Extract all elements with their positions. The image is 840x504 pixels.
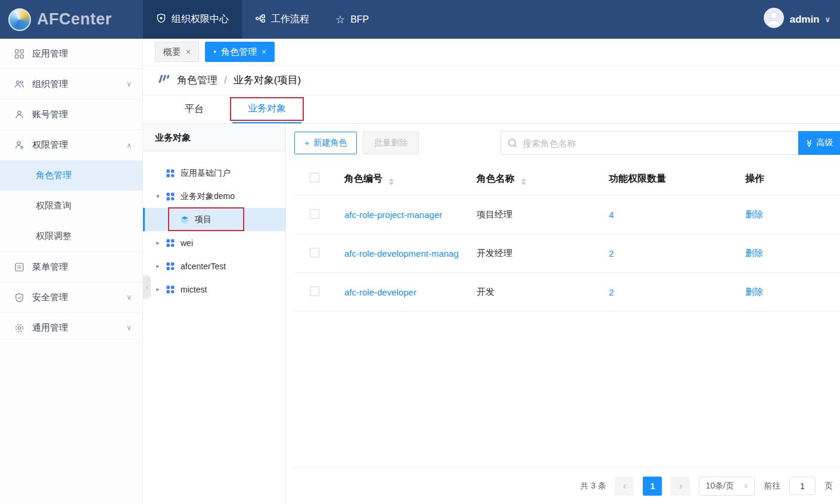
layers-icon	[180, 215, 189, 225]
sidebar-subitem-label: 角色管理	[36, 170, 71, 181]
role-code-link[interactable]: afc-role-developer	[338, 287, 471, 297]
delete-link[interactable]: 删除	[739, 209, 840, 220]
select-all-checkbox[interactable]	[310, 173, 319, 182]
batch-delete-label: 批量删除	[374, 138, 407, 148]
star-icon: ☆	[335, 14, 345, 25]
business-object-tree-panel: 业务对象 应用基础门户 ▾ 业务对象demo	[143, 124, 286, 504]
top-nav: 组织权限中心 工作流程 ☆ BFP	[143, 0, 382, 39]
perm-count-link[interactable]: 4	[603, 210, 739, 220]
row-checkbox[interactable]	[310, 287, 319, 296]
sidebar-item-permission-management[interactable]: 权限管理 ∧	[0, 130, 142, 160]
sidebar-item-general-management[interactable]: 通用管理 ∨	[0, 313, 142, 343]
nav-label: 组织权限中心	[172, 13, 229, 26]
goto-page-input[interactable]	[789, 477, 816, 495]
chevron-down-icon: ∨	[126, 293, 132, 301]
page-tab-overview[interactable]: 概要 ×	[155, 42, 199, 62]
sidebar-item-security-management[interactable]: 安全管理 ∨	[0, 282, 142, 313]
tab-business-object[interactable]: 业务对象	[232, 95, 301, 123]
breadcrumb: 角色管理 / 业务对象(项目)	[143, 66, 840, 95]
nav-item-org-permission-center[interactable]: 组织权限中心	[143, 0, 242, 39]
sidebar-item-org-management[interactable]: 组织管理 ∨	[0, 69, 142, 99]
tab-platform[interactable]: 平台	[169, 95, 219, 123]
double-chevron-icon: ≫	[805, 139, 814, 147]
role-code-link[interactable]: afc-role-project-manager	[338, 210, 471, 220]
sidebar-item-label: 安全管理	[32, 292, 68, 303]
page-unit-label: 页	[825, 481, 833, 491]
sidebar-item-app-management[interactable]: 应用管理	[0, 39, 142, 69]
chevron-down-icon: ∨	[825, 15, 830, 24]
caret-down-icon[interactable]: ▾	[153, 192, 163, 200]
tree-node-business-object-demo[interactable]: ▾ 业务对象demo	[143, 185, 285, 208]
role-search-input[interactable]	[522, 138, 791, 148]
page-size-select[interactable]: 10条/页 ∨	[699, 477, 755, 496]
caret-right-icon[interactable]: ▸	[153, 239, 163, 247]
row-checkbox[interactable]	[310, 248, 319, 257]
new-role-button[interactable]: + 新建角色	[294, 132, 357, 154]
goto-label: 前往	[764, 481, 780, 491]
col-header-label: 功能权限数量	[609, 173, 666, 183]
topbar: AFCenter 组织权限中心 工作流程 ☆ BFP admin ∨	[0, 0, 840, 39]
sidebar-item-account-management[interactable]: 账号管理	[0, 99, 142, 130]
breadcrumb-separator: /	[224, 74, 227, 86]
next-page-button[interactable]: ›	[671, 477, 690, 496]
tree-node-mictest[interactable]: ▸ mictest	[143, 278, 285, 301]
chevron-up-icon: ∧	[126, 141, 132, 150]
role-search-box	[500, 131, 798, 155]
chevron-down-icon: ∨	[126, 323, 132, 332]
tree-node-project[interactable]: 项目	[143, 208, 285, 231]
col-header-role-code[interactable]: 角色编号	[338, 173, 471, 185]
role-name: 项目经理	[471, 209, 603, 220]
tree-node-app-base-portal[interactable]: 应用基础门户	[143, 161, 285, 185]
row-checkbox[interactable]	[310, 209, 319, 219]
batch-delete-button[interactable]: 批量删除	[363, 132, 419, 154]
tree-node-label: wei	[181, 238, 193, 248]
page-tab-bar: 概要 × ● 角色管理 ×	[143, 39, 840, 66]
tree-node-wei[interactable]: ▸ wei	[143, 231, 285, 254]
caret-right-icon[interactable]: ▸	[153, 285, 163, 293]
sidebar-item-label: 权限管理	[32, 139, 68, 151]
page-tab-role-management[interactable]: ● 角色管理 ×	[205, 42, 275, 62]
breadcrumb-section[interactable]: 角色管理	[177, 73, 217, 87]
sidebar-item-permission-query[interactable]: 权限查询	[0, 191, 142, 221]
gear-icon	[14, 323, 24, 333]
delete-link[interactable]: 删除	[739, 248, 840, 259]
close-icon[interactable]: ×	[186, 47, 191, 57]
app-grid-icon	[166, 192, 175, 201]
tree-panel-title: 业务对象	[143, 124, 285, 151]
page-number-button[interactable]: 1	[643, 477, 662, 496]
role-code-link[interactable]: afc-role-development-manag	[338, 248, 471, 259]
page-tab-label: 概要	[163, 46, 181, 58]
sidebar-item-permission-adjust[interactable]: 权限调整	[0, 221, 142, 251]
panel-collapse-handle[interactable]: ‹	[143, 275, 151, 299]
brand-name: AFCenter	[37, 10, 112, 29]
advanced-search-button[interactable]: ≫ 高级	[798, 131, 840, 155]
close-icon[interactable]: ×	[262, 47, 266, 57]
nav-item-bfp[interactable]: ☆ BFP	[322, 0, 382, 39]
sidebar-subitem-label: 权限查询	[36, 200, 71, 211]
tree-node-afcentertest[interactable]: ▸ afcenterTest	[143, 254, 285, 278]
app-grid-icon	[166, 169, 175, 178]
caret-right-icon[interactable]: ▸	[153, 262, 163, 270]
sidebar-item-label: 菜单管理	[32, 262, 68, 273]
col-header-role-name[interactable]: 角色名称	[471, 173, 603, 185]
perm-count-link[interactable]: 2	[603, 287, 739, 297]
sort-icon[interactable]	[521, 178, 526, 185]
pagination: 共 3 条 ‹ 1 › 10条/页 ∨ 前往 页	[294, 467, 840, 504]
role-table-panel: + 新建角色 批量删除 ≫ 高级 角色编号	[286, 124, 840, 504]
sort-icon[interactable]	[389, 178, 394, 185]
perm-count-link[interactable]: 2	[603, 248, 739, 259]
person-icon	[14, 110, 24, 120]
nav-item-workflow[interactable]: 工作流程	[242, 0, 322, 39]
breadcrumb-bars-icon	[157, 74, 170, 87]
table-toolbar: + 新建角色 批量删除 ≫ 高级	[294, 131, 840, 155]
new-role-label: 新建角色	[313, 138, 347, 148]
user-menu[interactable]: admin ∨	[764, 8, 840, 31]
col-header-perm-count: 功能权限数量	[603, 173, 739, 185]
table-header-row: 角色编号 角色名称 功能权限数量 操作	[294, 163, 840, 195]
sidebar-item-menu-management[interactable]: 菜单管理	[0, 252, 142, 282]
sidebar-item-role-management[interactable]: 角色管理	[0, 160, 142, 191]
breadcrumb-current: 业务对象(项目)	[234, 73, 301, 87]
prev-page-button[interactable]: ‹	[615, 477, 634, 496]
delete-link[interactable]: 删除	[739, 287, 840, 298]
view-tab-label: 平台	[185, 103, 204, 116]
